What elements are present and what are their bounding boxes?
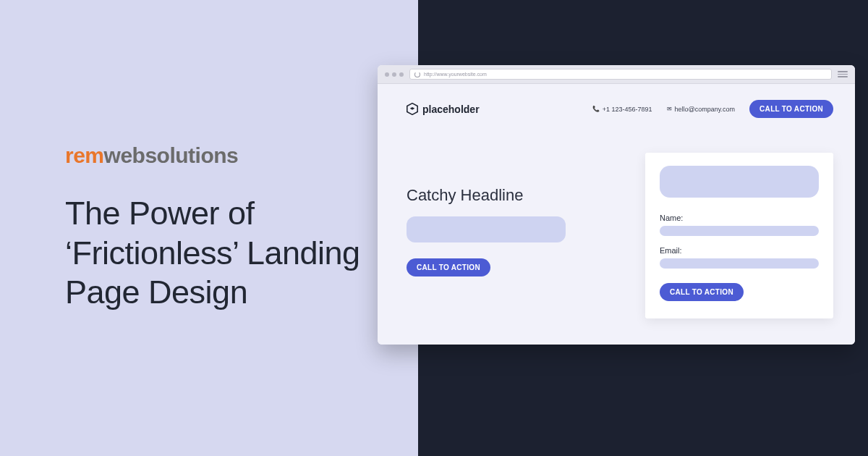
form-card: Name: Email: CALL TO ACTION bbox=[645, 153, 833, 318]
browser-chrome: http://www.yourwebsite.com bbox=[378, 65, 855, 84]
phone-text: +1 123-456-7891 bbox=[603, 106, 652, 113]
refresh-icon bbox=[414, 72, 420, 77]
right-panel: http://www.yourwebsite.com placeholder 📞… bbox=[418, 0, 868, 456]
hexagon-icon bbox=[407, 103, 418, 115]
email-text: hello@company.com bbox=[675, 106, 736, 113]
email-label: Email: bbox=[660, 246, 819, 255]
name-field[interactable] bbox=[660, 226, 819, 236]
body-cta-button[interactable]: CALL TO ACTION bbox=[407, 258, 490, 276]
subheadline-placeholder bbox=[407, 216, 566, 242]
form-cta-button[interactable]: CALL TO ACTION bbox=[660, 283, 744, 301]
logo-part-web: web bbox=[104, 143, 145, 167]
logo-part-rem: rem bbox=[65, 143, 104, 167]
landing-page-mockup: placeholder 📞 +1 123-456-7891 ✉ hello@co… bbox=[378, 84, 855, 345]
mockup-left-col: Catchy Headline CALL TO ACTION bbox=[407, 153, 624, 276]
email-field[interactable] bbox=[660, 258, 819, 269]
name-label: Name: bbox=[660, 214, 819, 222]
company-logo: remwebsolutions bbox=[65, 143, 375, 168]
window-controls bbox=[385, 72, 404, 77]
phone-contact: 📞 +1 123-456-7891 bbox=[592, 106, 652, 113]
form-header-placeholder bbox=[660, 166, 819, 198]
header-cta-button[interactable]: CALL TO ACTION bbox=[749, 100, 833, 118]
window-dot bbox=[385, 72, 389, 77]
email-contact: ✉ hello@company.com bbox=[667, 106, 736, 113]
mockup-topbar: placeholder 📞 +1 123-456-7891 ✉ hello@co… bbox=[407, 100, 833, 118]
mockup-body: Catchy Headline CALL TO ACTION Name: Ema… bbox=[407, 153, 833, 318]
article-headline: The Power of ‘Frictionless’ Landing Page… bbox=[65, 194, 375, 313]
window-dot bbox=[399, 72, 404, 77]
mockup-brand: placeholder bbox=[407, 103, 480, 115]
window-dot bbox=[392, 72, 396, 77]
catchy-headline: Catchy Headline bbox=[407, 186, 624, 205]
browser-mockup: http://www.yourwebsite.com placeholder 📞… bbox=[378, 65, 855, 345]
url-text: http://www.yourwebsite.com bbox=[424, 72, 487, 77]
brand-text: placeholder bbox=[422, 104, 480, 115]
menu-icon[interactable] bbox=[838, 71, 848, 77]
envelope-icon: ✉ bbox=[667, 106, 672, 112]
phone-icon: 📞 bbox=[592, 106, 600, 112]
address-bar[interactable]: http://www.yourwebsite.com bbox=[409, 69, 832, 80]
logo-part-solutions: solutions bbox=[145, 143, 238, 167]
left-panel: remwebsolutions The Power of ‘Frictionle… bbox=[0, 0, 418, 456]
